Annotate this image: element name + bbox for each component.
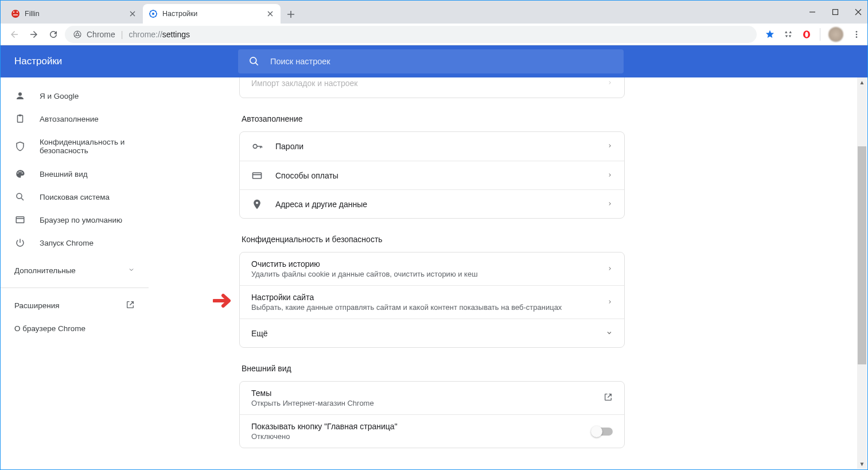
row-site-settings[interactable]: Настройки сайта Выбрать, какие данные от… bbox=[240, 285, 624, 318]
clipboard-icon bbox=[14, 114, 26, 124]
sidebar-about-chrome[interactable]: О браузере Chrome bbox=[1, 317, 149, 340]
svg-point-0 bbox=[11, 10, 20, 18]
window-controls bbox=[808, 1, 867, 24]
settings-gear-icon bbox=[149, 9, 158, 18]
row-label: Очистить историю bbox=[251, 259, 594, 269]
avatar[interactable] bbox=[828, 27, 843, 42]
row-description: Открыть Интернет-магазин Chrome bbox=[251, 399, 591, 407]
back-icon[interactable] bbox=[6, 26, 22, 42]
row-description: Выбрать, какие данные отправлять сайтам … bbox=[251, 303, 594, 312]
row-import-bookmarks[interactable]: Импорт закладок и настроек bbox=[240, 77, 624, 98]
separator: | bbox=[121, 30, 123, 39]
location-icon bbox=[251, 199, 263, 210]
sidebar-extensions-label: Расширения bbox=[14, 301, 60, 310]
palette-icon bbox=[14, 169, 26, 179]
chrome-label: Chrome bbox=[87, 30, 115, 39]
reload-icon[interactable] bbox=[45, 26, 61, 42]
svg-point-10 bbox=[856, 31, 858, 33]
external-link-icon bbox=[126, 300, 135, 311]
row-themes[interactable]: Темы Открыть Интернет-магазин Chrome bbox=[240, 382, 624, 414]
row-label: Темы bbox=[251, 389, 591, 398]
row-label: Импорт закладок и настроек bbox=[251, 79, 594, 88]
svg-point-4 bbox=[152, 13, 154, 15]
row-label: Пароли bbox=[275, 142, 594, 151]
chevron-down-icon bbox=[606, 328, 613, 339]
recycle-icon[interactable] bbox=[783, 29, 793, 40]
credit-card-icon bbox=[251, 170, 263, 181]
card-appearance: Темы Открыть Интернет-магазин Chrome Пок… bbox=[239, 381, 625, 448]
sidebar-item-appearance[interactable]: Внешний вид bbox=[1, 162, 149, 185]
opera-ext-icon[interactable] bbox=[801, 29, 812, 40]
row-label: Адреса и другие данные bbox=[275, 200, 594, 209]
maximize-icon[interactable] bbox=[831, 7, 840, 17]
star-icon[interactable] bbox=[765, 29, 775, 40]
search-input[interactable] bbox=[270, 57, 613, 66]
settings-sidebar: Я и Google Автозаполнение Конфиденциальн… bbox=[1, 77, 149, 469]
sidebar-item-label: Поисковая система bbox=[40, 193, 110, 201]
sidebar-item-label: Браузер по умолчанию bbox=[40, 216, 122, 224]
row-clear-history[interactable]: Очистить историю Удалить файлы cookie и … bbox=[240, 253, 624, 285]
row-addresses[interactable]: Адреса и другие данные bbox=[240, 189, 624, 218]
power-icon bbox=[14, 238, 26, 248]
person-icon bbox=[14, 91, 26, 101]
forward-icon[interactable] bbox=[26, 26, 42, 42]
menu-dots-icon[interactable] bbox=[851, 29, 862, 40]
row-show-home-button[interactable]: Показывать кнопку "Главная страница" Отк… bbox=[240, 414, 624, 448]
svg-point-17 bbox=[17, 173, 18, 174]
sidebar-item-you-and-google[interactable]: Я и Google bbox=[1, 84, 149, 107]
browser-tab-fillin[interactable]: Fillin bbox=[5, 4, 143, 24]
sidebar-item-label: Запуск Chrome bbox=[40, 239, 94, 247]
divider bbox=[1, 288, 149, 288]
row-passwords[interactable]: Пароли bbox=[240, 132, 624, 161]
section-title-autofill: Автозаполнение bbox=[242, 114, 625, 123]
settings-search[interactable] bbox=[238, 49, 624, 73]
svg-point-18 bbox=[19, 171, 20, 172]
card-privacy: Очистить историю Удалить файлы cookie и … bbox=[239, 252, 625, 348]
row-payment-methods[interactable]: Способы оплаты bbox=[240, 161, 624, 189]
toggle-switch[interactable] bbox=[592, 428, 613, 436]
annotation-arrow-icon bbox=[213, 293, 232, 308]
svg-point-13 bbox=[250, 57, 256, 64]
svg-point-11 bbox=[856, 33, 858, 35]
row-label: Показывать кнопку "Главная страница" bbox=[251, 422, 579, 431]
browser-tab-settings[interactable]: Настройки bbox=[143, 4, 281, 24]
browser-toolbar: Chrome | chrome://settings bbox=[1, 24, 867, 45]
svg-point-9 bbox=[805, 32, 808, 37]
close-window-icon[interactable] bbox=[854, 7, 863, 17]
sidebar-extensions-link[interactable]: Расширения bbox=[1, 294, 149, 317]
scroll-up-icon[interactable]: ▲ bbox=[857, 77, 867, 87]
new-tab-button[interactable] bbox=[283, 6, 299, 22]
sidebar-item-default-browser[interactable]: Браузер по умолчанию bbox=[1, 208, 149, 231]
svg-point-7 bbox=[76, 33, 79, 36]
close-icon[interactable] bbox=[128, 9, 137, 18]
svg-point-12 bbox=[856, 36, 858, 38]
svg-rect-16 bbox=[19, 115, 22, 116]
vertical-scrollbar[interactable]: ▲ ▼ bbox=[857, 77, 867, 469]
separator bbox=[820, 28, 820, 41]
window-icon bbox=[14, 215, 26, 225]
sidebar-additional-label: Дополнительные bbox=[14, 266, 76, 275]
close-icon[interactable] bbox=[266, 9, 275, 18]
fillin-favicon-icon bbox=[11, 9, 20, 18]
address-bar[interactable]: Chrome | chrome://settings bbox=[65, 26, 757, 43]
svg-rect-1 bbox=[13, 11, 14, 13]
svg-point-14 bbox=[18, 92, 22, 96]
chrome-origin-icon: Chrome bbox=[73, 30, 115, 39]
sidebar-item-privacy[interactable]: Конфиденциальность и безопасность bbox=[1, 130, 149, 162]
sidebar-item-search-engine[interactable]: Поисковая система bbox=[1, 185, 149, 208]
tab-title: Fillin bbox=[25, 10, 40, 18]
page-title: Настройки bbox=[14, 56, 238, 67]
card-autofill: Пароли Способы оплаты Адреса и другие да… bbox=[239, 131, 625, 219]
sidebar-item-on-startup[interactable]: Запуск Chrome bbox=[1, 231, 149, 254]
row-more[interactable]: Ещё bbox=[240, 318, 624, 347]
tab-title: Настройки bbox=[162, 10, 197, 18]
row-label: Настройки сайта bbox=[251, 293, 594, 302]
row-label: Ещё bbox=[251, 329, 593, 338]
scroll-down-icon[interactable]: ▼ bbox=[857, 459, 867, 469]
sidebar-additional-expand[interactable]: Дополнительные bbox=[1, 259, 149, 282]
minimize-icon[interactable] bbox=[808, 7, 817, 17]
scrollbar-thumb[interactable] bbox=[858, 146, 866, 364]
svg-rect-22 bbox=[16, 217, 24, 223]
svg-rect-24 bbox=[253, 173, 262, 178]
sidebar-item-autofill[interactable]: Автозаполнение bbox=[1, 107, 149, 130]
